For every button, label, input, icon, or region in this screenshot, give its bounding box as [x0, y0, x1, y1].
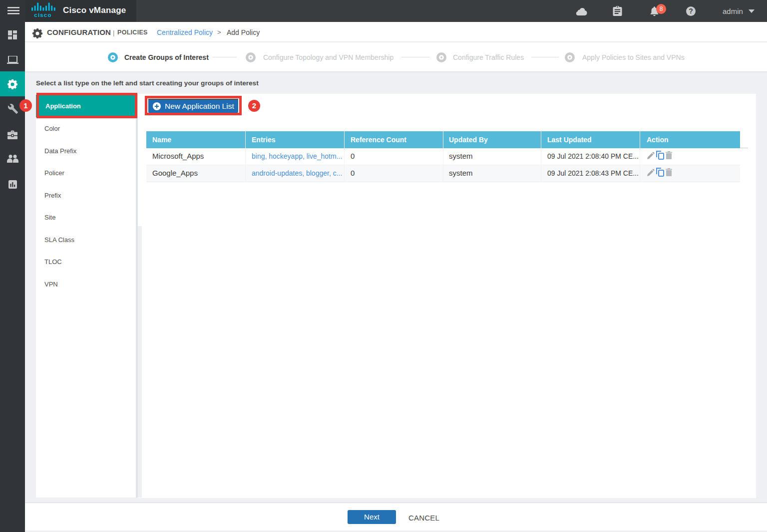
svg-text:cisco: cisco	[34, 12, 51, 18]
